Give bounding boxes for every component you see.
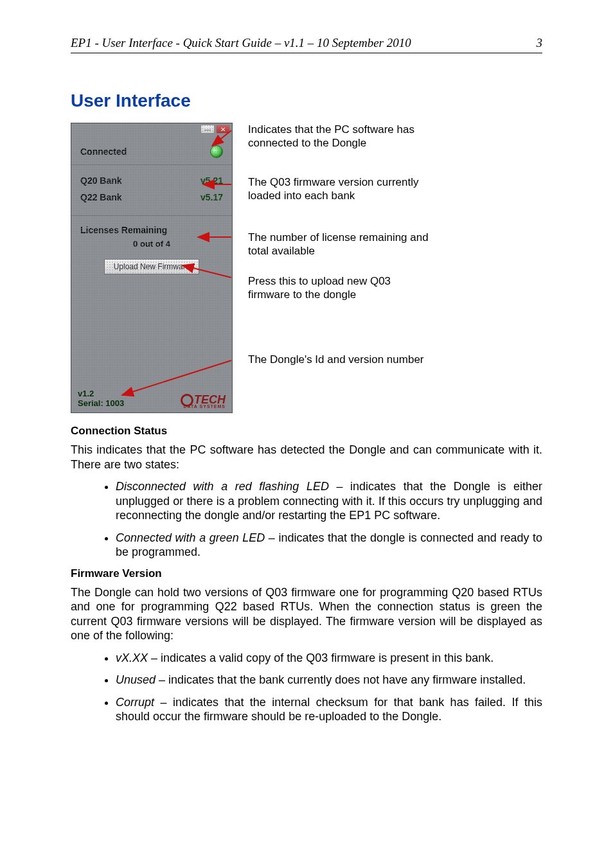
bank-version: v5.17 bbox=[200, 192, 223, 202]
list-item-lead: Connected with a green LED bbox=[116, 531, 265, 544]
logo-subtext: DATA SYSTEMS bbox=[181, 404, 226, 409]
page-title: User Interface bbox=[71, 91, 542, 111]
upload-firmware-button[interactable]: Upload New Firmware bbox=[104, 259, 199, 274]
bank-name: Q20 Bank bbox=[80, 175, 122, 186]
section-title-connection: Connection Status bbox=[71, 425, 542, 438]
list-item: vX.XX – indicates a valid copy of the Q0… bbox=[116, 651, 542, 666]
bullet-list: vX.XX – indicates a valid copy of the Q0… bbox=[71, 651, 542, 724]
ui-diagram: — ✕ Connected Q20 Bank v5.21 Q22 Bank v5… bbox=[71, 123, 542, 413]
list-item: Disconnected with a red flashing LED – i… bbox=[116, 479, 542, 523]
window-titlebar: — ✕ bbox=[71, 123, 232, 135]
list-item-rest: – indicates a valid copy of the Q03 firm… bbox=[148, 651, 493, 664]
list-item: Connected with a green LED – indicates t… bbox=[116, 531, 542, 560]
connection-status-label: Connected bbox=[80, 146, 127, 157]
section-title-firmware: Firmware Version bbox=[71, 567, 542, 580]
callout-version: The Q03 firmware version currently loade… bbox=[248, 175, 434, 203]
qtech-logo: TECH DATA SYSTEMS bbox=[181, 393, 226, 409]
list-item-rest: – indicates that the internal checksum f… bbox=[116, 696, 542, 723]
dongle-footer: v1.2 Serial: 1003 bbox=[78, 389, 124, 409]
licenses-title: Licenses Remaining bbox=[71, 216, 232, 239]
list-item-lead: vX.XX bbox=[116, 651, 148, 664]
list-item: Corrupt – indicates that the internal ch… bbox=[116, 695, 542, 724]
callout-arrows bbox=[231, 123, 251, 413]
minimize-button[interactable]: — bbox=[200, 125, 215, 134]
header-left: EP1 - User Interface - Quick Start Guide… bbox=[71, 36, 411, 50]
callout-footer: The Dongle's Id and version number bbox=[248, 353, 424, 366]
list-item-lead: Corrupt bbox=[116, 696, 154, 709]
licenses-count: 0 out of 4 bbox=[71, 239, 232, 256]
header-page-number: 3 bbox=[537, 36, 543, 50]
bank-name: Q22 Bank bbox=[80, 192, 122, 202]
close-button[interactable]: ✕ bbox=[216, 125, 230, 134]
paragraph: The Dongle can hold two versions of Q03 … bbox=[71, 585, 542, 643]
callouts-column: Indicates that the PC software has conne… bbox=[248, 123, 542, 413]
connection-status-row: Connected bbox=[71, 135, 232, 165]
list-item: Unused – indicates that the bank current… bbox=[116, 673, 542, 687]
paragraph: This indicates that the PC software has … bbox=[71, 443, 542, 472]
callout-connected: Indicates that the PC software has conne… bbox=[248, 123, 434, 150]
page-header: EP1 - User Interface - Quick Start Guide… bbox=[71, 36, 542, 53]
app-window: — ✕ Connected Q20 Bank v5.21 Q22 Bank v5… bbox=[71, 123, 233, 413]
bank-section: Q20 Bank v5.21 Q22 Bank v5.17 bbox=[71, 165, 232, 216]
list-item-lead: Disconnected with a red flashing LED bbox=[116, 480, 329, 493]
callout-upload: Press this to upload new Q03 firmware to… bbox=[248, 274, 434, 302]
list-item-rest: – indicates that the bank currently does… bbox=[155, 673, 526, 686]
dongle-serial: Serial: 1003 bbox=[78, 398, 124, 408]
bullet-list: Disconnected with a red flashing LED – i… bbox=[71, 479, 542, 560]
dongle-version: v1.2 bbox=[78, 389, 94, 398]
list-item-lead: Unused bbox=[116, 673, 155, 686]
bank-row: Q22 Bank v5.17 bbox=[80, 192, 223, 202]
status-led-icon bbox=[210, 145, 223, 158]
callout-licenses: The number of license remaining and tota… bbox=[248, 231, 434, 258]
bank-row: Q20 Bank v5.21 bbox=[80, 175, 223, 186]
